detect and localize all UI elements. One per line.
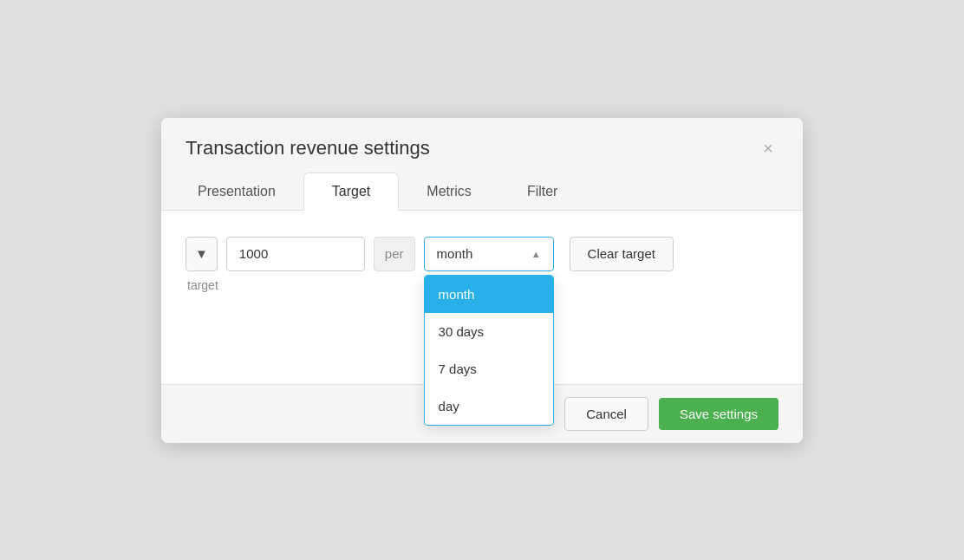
- dropdown-item-day[interactable]: day: [425, 387, 553, 425]
- dropdown-item-month[interactable]: month: [425, 276, 553, 313]
- period-select-wrapper: month ▲ month 30 days 7 days day: [424, 237, 554, 271]
- modal: Transaction revenue settings × Presentat…: [161, 118, 803, 443]
- close-button[interactable]: ×: [758, 138, 778, 159]
- modal-header: Transaction revenue settings ×: [161, 118, 803, 160]
- dropdown-item-30days[interactable]: 30 days: [425, 313, 553, 350]
- dropdown-item-7days[interactable]: 7 days: [425, 350, 553, 387]
- period-dropdown: month 30 days 7 days day: [424, 275, 554, 426]
- clear-target-button[interactable]: Clear target: [570, 237, 674, 271]
- chevron-up-icon: ▲: [531, 249, 541, 259]
- tabs-bar: Presentation Target Metrics Filter: [161, 172, 803, 211]
- save-settings-button[interactable]: Save settings: [659, 398, 778, 430]
- target-value-input[interactable]: [226, 237, 365, 271]
- cancel-button[interactable]: Cancel: [564, 397, 648, 431]
- currency-select[interactable]: ▼: [186, 237, 218, 271]
- modal-body: ▼ per month ▲ month 30 days 7 days day C…: [161, 211, 803, 384]
- target-row: ▼ per month ▲ month 30 days 7 days day C…: [186, 237, 778, 271]
- period-select-button[interactable]: month ▲: [424, 237, 554, 271]
- per-label: per: [374, 237, 415, 271]
- tab-presentation[interactable]: Presentation: [170, 173, 303, 211]
- chevron-down-icon: ▼: [195, 246, 208, 261]
- tab-filter[interactable]: Filter: [499, 173, 586, 211]
- tab-metrics[interactable]: Metrics: [399, 173, 499, 211]
- tab-target[interactable]: Target: [303, 173, 399, 211]
- modal-title: Transaction revenue settings: [186, 137, 430, 160]
- period-select-value: month: [437, 246, 473, 261]
